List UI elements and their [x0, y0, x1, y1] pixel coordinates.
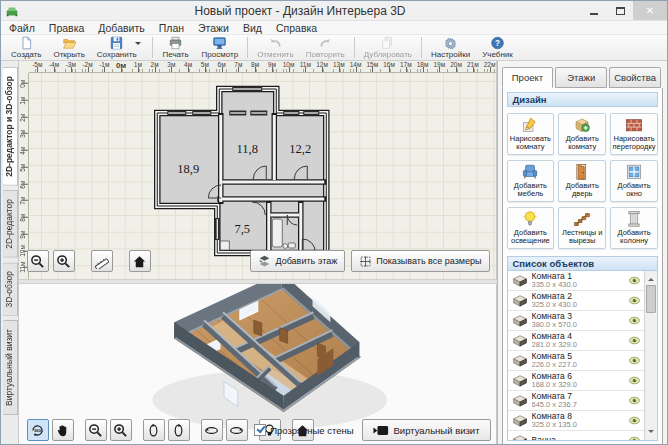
door-icon	[572, 163, 592, 181]
add-door-button[interactable]: Добавить дверь	[558, 160, 606, 202]
scroll-down-arrow-icon[interactable]	[648, 430, 654, 436]
menu-item[interactable]: Файл	[9, 22, 35, 34]
right-panel-tab[interactable]: Этажи	[555, 67, 607, 88]
video-camera-icon	[373, 425, 389, 436]
object-list-item[interactable]: Комната 4 281.0 x 329.0	[508, 331, 658, 351]
gear-icon	[443, 36, 458, 50]
add-window-button[interactable]: Добавить окно	[610, 160, 658, 202]
home-view-2d-button[interactable]	[129, 250, 151, 272]
rotate-left-button[interactable]	[143, 419, 165, 441]
undo-icon	[268, 36, 283, 50]
redo-button[interactable]: Повторить	[300, 35, 351, 60]
add-furniture-button[interactable]: Добавить мебель	[507, 160, 555, 202]
new-document-icon	[19, 36, 34, 50]
add-floor-button[interactable]: Добавить этаж	[250, 250, 345, 272]
zoom-in-3d-button[interactable]	[110, 419, 132, 441]
add-room-button[interactable]: Добавить комнату	[558, 113, 606, 155]
settings-button[interactable]: Настройки	[425, 35, 476, 60]
rotate-right-button[interactable]	[168, 419, 190, 441]
show-all-dimensions-button[interactable]: Показывать все размеры	[351, 250, 489, 272]
preview-button[interactable]: Просмотр	[196, 35, 245, 60]
add-lighting-button[interactable]: Добавить освещение	[507, 207, 555, 249]
visibility-eye-icon[interactable]	[629, 316, 640, 325]
undo-button[interactable]: Отменить	[251, 35, 300, 60]
menu-item[interactable]: Справка	[276, 22, 317, 34]
menu-item[interactable]: План	[159, 22, 184, 34]
help-icon: ?	[490, 36, 505, 50]
print-button[interactable]: Печать	[156, 35, 196, 60]
visibility-eye-icon[interactable]	[629, 436, 640, 441]
ruler-icon	[94, 254, 109, 269]
visibility-eye-icon[interactable]	[629, 396, 640, 405]
maximize-button[interactable]	[607, 1, 633, 20]
virtual-visit-button[interactable]: Виртуальный визит	[362, 419, 491, 441]
pan-hand-button[interactable]	[52, 419, 74, 441]
object-list-item[interactable]: Ванна	[508, 431, 658, 441]
menu-item[interactable]: Вид	[243, 22, 262, 34]
object-list-item[interactable]: Комната 1 335.0 x 430.0	[508, 271, 658, 291]
zoom-out-3d-button[interactable]	[85, 419, 107, 441]
view-3d[interactable]: 360	[19, 284, 497, 445]
draw-room-button[interactable]: Нарисовать комнату	[507, 113, 555, 155]
design-buttons-grid: Нарисовать комнату Добавить комнату Нари…	[507, 113, 659, 249]
measure-tool-button[interactable]	[91, 250, 113, 272]
draw-room-icon	[520, 116, 540, 134]
stairs-button[interactable]: Лестницы и вырезы	[558, 207, 606, 249]
object-list-item[interactable]: Комната 6 168.0 x 329.0	[508, 371, 658, 391]
scrollbar-thumb[interactable]	[646, 285, 656, 313]
rotate-360-button[interactable]: 360	[27, 419, 49, 441]
visibility-eye-icon[interactable]	[629, 296, 640, 305]
room-object-icon	[512, 354, 528, 367]
visibility-eye-icon[interactable]	[629, 376, 640, 385]
toolbar-separator	[354, 37, 355, 58]
visibility-eye-icon[interactable]	[629, 276, 640, 285]
view-mode-tab[interactable]: 2D-редактор и 3D-обзор	[3, 67, 18, 186]
menu-item[interactable]: Этажи	[198, 22, 229, 34]
view-mode-tab[interactable]: Виртуальный визит	[3, 320, 18, 415]
draw-partition-button[interactable]: Нарисовать перегородку	[610, 113, 658, 155]
visibility-eye-icon[interactable]	[629, 416, 640, 425]
open-project-button[interactable]: Сохранить Открыть	[47, 35, 90, 60]
object-list-item[interactable]: Комната 3 380.0 x 570.0	[508, 311, 658, 331]
visibility-eye-icon[interactable]	[629, 336, 640, 345]
view-mode-tab[interactable]: 2D-редактор	[3, 190, 18, 258]
add-column-button[interactable]: Добавить колонну	[610, 207, 658, 249]
rotate-vertical-left-icon	[146, 423, 161, 438]
object-list-item[interactable]: Комната 7 645.0 x 236.7	[508, 391, 658, 411]
transparent-walls-checkbox[interactable]	[254, 424, 266, 436]
room-object-icon	[512, 414, 528, 427]
transparent-walls-label: Прозрачные стены	[270, 425, 353, 436]
main-toolbar: Создать Сохранить Открыть Сохранить Печа…	[1, 35, 667, 61]
object-list-item[interactable]: Комната 8 325.0 x 135.0	[508, 411, 658, 431]
zoom-in-2d-button[interactable]	[53, 250, 75, 272]
right-panel-tab[interactable]: Свойства	[609, 67, 661, 88]
tutorial-button[interactable]: ? Учебник	[476, 35, 519, 60]
objects-list: Комната 1 335.0 x 430.0 Комната 2 325.0 …	[507, 271, 659, 441]
save-dropdown-caret[interactable]	[135, 42, 141, 48]
orbit-right-button[interactable]	[226, 419, 248, 441]
objects-scrollbar[interactable]	[644, 271, 657, 440]
object-list-item[interactable]: Комната 2 325.0 x 430.0	[508, 291, 658, 311]
duplicate-button[interactable]: Дублировать	[358, 35, 418, 60]
orbit-left-button[interactable]	[201, 419, 223, 441]
zoom-out-2d-button[interactable]	[27, 250, 49, 272]
minimize-button[interactable]	[581, 1, 607, 20]
view-mode-tab[interactable]: 3D-обзор	[3, 262, 18, 316]
plan-canvas[interactable]: 18,9 11,8 12,2 7,5	[29, 73, 496, 279]
visibility-eye-icon[interactable]	[629, 356, 640, 365]
window-title: Новый проект - Дизайн Интерьера 3D	[19, 4, 581, 18]
save-project-button[interactable]: Сохранить	[91, 35, 149, 60]
right-panel-tab[interactable]: Проект	[502, 67, 554, 88]
new-project-button[interactable]: Создать	[5, 35, 47, 60]
room-object-icon	[512, 394, 528, 407]
close-button[interactable]: ✕	[633, 1, 667, 20]
view-mode-tabs: 2D-редактор и 3D-обзор2D-редактор3D-обзо…	[1, 61, 19, 445]
plan-2d-editor: -5м-4м-3м-2м-1м0м1м2м3м4м5м6м7м8м9м10м11…	[19, 61, 497, 279]
menu-item[interactable]: Правка	[49, 22, 84, 34]
design-section-header: Дизайн	[507, 92, 659, 107]
menu-item[interactable]: Добавить	[98, 22, 144, 34]
right-panel-tabs: ПроектЭтажиСвойства	[502, 67, 664, 88]
object-list-item[interactable]: Комната 5 226.0 x 227.0	[508, 351, 658, 371]
scroll-up-arrow-icon[interactable]	[648, 275, 654, 281]
dimensions-icon	[359, 255, 372, 268]
